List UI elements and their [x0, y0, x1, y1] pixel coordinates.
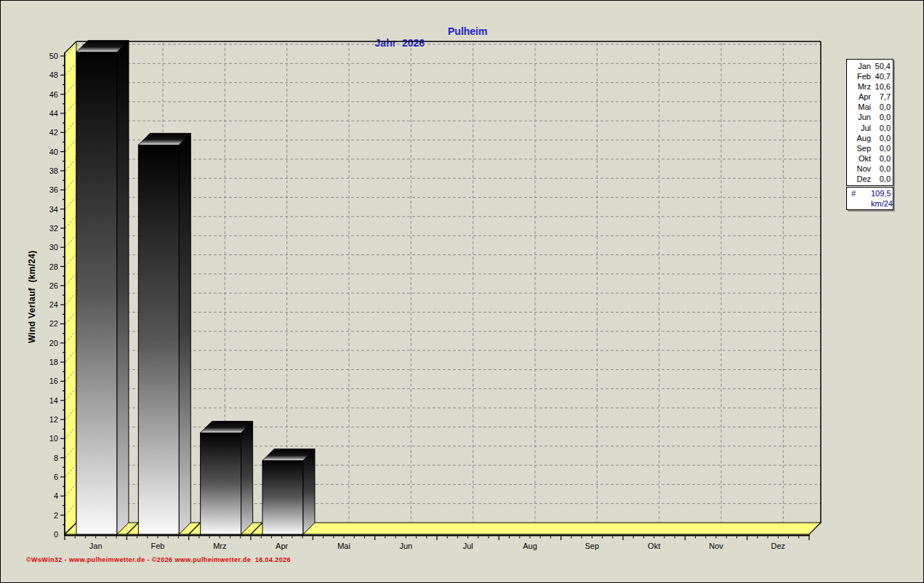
- legend-month: Mai: [849, 102, 871, 112]
- bar-front-apr: [262, 461, 303, 534]
- legend-month: Sep: [849, 143, 871, 153]
- x-tick-label: Sep: [585, 542, 600, 550]
- legend-row: Jun0,0: [847, 112, 893, 122]
- legend-value: 7,7: [871, 92, 891, 102]
- y-tick-label: 46: [49, 90, 58, 99]
- legend-row: Jul0,0: [847, 123, 893, 133]
- y-tick-label: 16: [49, 377, 58, 385]
- x-tick-label: Feb: [151, 542, 165, 550]
- legend-month: Jan: [849, 61, 871, 71]
- legend-value: 0,0: [871, 143, 891, 153]
- y-tick-label: 32: [49, 224, 58, 233]
- legend-month: Aug: [849, 133, 871, 143]
- legend-total-value: 109,5: [871, 188, 891, 198]
- y-tick-label: 28: [49, 262, 58, 271]
- y-tick-label: 20: [49, 339, 58, 347]
- legend-month: Okt: [849, 153, 871, 164]
- y-tick-label: 38: [49, 166, 58, 175]
- legend-month: Nov: [849, 164, 871, 174]
- y-tick-label: 34: [49, 205, 58, 214]
- legend-month-list: Jan50,4Feb40,7Mrz10,6Apr7,7Mai0,0Jun0,0J…: [846, 59, 893, 186]
- legend-value: 0,0: [871, 123, 891, 133]
- legend-month: Dez: [849, 174, 871, 184]
- y-tick-label: 14: [49, 396, 58, 405]
- y-tick-label: 22: [49, 319, 58, 328]
- legend-panel: Jan50,4Feb40,7Mrz10,6Apr7,7Mai0,0Jun0,0J…: [846, 59, 893, 210]
- legend-total: # 109,5 km/24: [846, 187, 893, 210]
- y-tick-label: 4: [54, 491, 58, 500]
- y-tick-label: 30: [49, 243, 58, 252]
- legend-row: Dez0,0: [847, 174, 893, 184]
- legend-row: Nov0,0: [847, 164, 893, 174]
- legend-row: Aug0,0: [847, 133, 893, 143]
- legend-value: 0,0: [871, 174, 891, 184]
- legend-month: Jul: [849, 123, 871, 133]
- legend-value: 0,0: [871, 153, 891, 164]
- legend-row: Sep0,0: [847, 143, 893, 153]
- bar-side-feb: [179, 133, 190, 534]
- y-tick-label: 24: [49, 300, 58, 309]
- legend-month: Apr: [849, 92, 871, 102]
- x-tick-label: Jul: [463, 542, 473, 550]
- y-axis-title: Wind Verlauf (km/24): [27, 235, 40, 358]
- legend-row: Apr7,7: [847, 92, 893, 102]
- y-tick-label: 0: [54, 530, 58, 539]
- bar-side-apr: [303, 449, 315, 534]
- legend-row: Feb40,7: [847, 71, 893, 81]
- legend-month: Feb: [849, 71, 871, 81]
- legend-value: 0,0: [871, 164, 891, 174]
- y-tick-label: 44: [49, 109, 58, 118]
- legend-value: 0,0: [871, 112, 891, 122]
- x-tick-label: Dez: [771, 542, 786, 550]
- bar-side-mrz: [241, 422, 253, 534]
- wall-3d: [65, 41, 76, 534]
- x-tick-label: Apr: [276, 542, 288, 550]
- x-tick-label: Jun: [399, 542, 412, 550]
- legend-total-symbol: #: [849, 188, 871, 198]
- y-tick-label: 2: [54, 511, 58, 520]
- y-tick-label: 48: [49, 71, 58, 79]
- legend-value: 40,7: [871, 71, 891, 81]
- y-tick-label: 26: [49, 281, 58, 290]
- y-tick-label: 42: [49, 128, 58, 137]
- legend-row: Okt0,0: [847, 153, 893, 164]
- legend-row: Jan50,4: [847, 61, 893, 71]
- x-tick-label: Aug: [523, 542, 537, 550]
- legend-month: Jun: [849, 112, 871, 122]
- y-tick-label: 50: [49, 52, 58, 60]
- y-tick-label: 6: [54, 473, 58, 481]
- y-tick-label: 8: [54, 454, 58, 462]
- wswin-chart-window: Jahr 2026 Pulheim 0246810121416182022242…: [0, 0, 924, 583]
- legend-row: Mrz10,6: [847, 81, 893, 92]
- wind-bar-chart: 0246810121416182022242628303234363840424…: [1, 1, 924, 583]
- y-tick-label: 36: [49, 185, 58, 194]
- x-tick-label: Nov: [709, 542, 723, 550]
- bar-side-jan: [117, 41, 129, 534]
- legend-value: 10,6: [871, 81, 891, 92]
- x-tick-label: Mrz: [213, 542, 226, 550]
- legend-value: 50,4: [871, 61, 891, 71]
- legend-total-row: # 109,5: [847, 188, 893, 198]
- footer-credit: ©WsWin32 - www.pulheimwetter.de - ©2026 …: [26, 556, 291, 563]
- bar-front-mrz: [201, 433, 241, 534]
- legend-month: Mrz: [849, 81, 871, 92]
- x-tick-label: Okt: [648, 542, 660, 550]
- y-tick-label: 18: [49, 358, 58, 366]
- bar-front-feb: [138, 145, 179, 534]
- y-tick-label: 10: [49, 434, 58, 443]
- x-tick-label: Mai: [337, 542, 350, 550]
- bar-front-jan: [76, 52, 117, 534]
- legend-value: 0,0: [871, 133, 891, 143]
- legend-total-unit: km/24: [871, 198, 891, 209]
- y-tick-label: 40: [49, 148, 58, 156]
- legend-row: Mai0,0: [847, 102, 893, 112]
- y-tick-label: 12: [49, 415, 58, 424]
- legend-value: 0,0: [871, 102, 891, 112]
- x-tick-label: Jan: [89, 542, 103, 550]
- legend-unit-row: km/24: [847, 198, 893, 209]
